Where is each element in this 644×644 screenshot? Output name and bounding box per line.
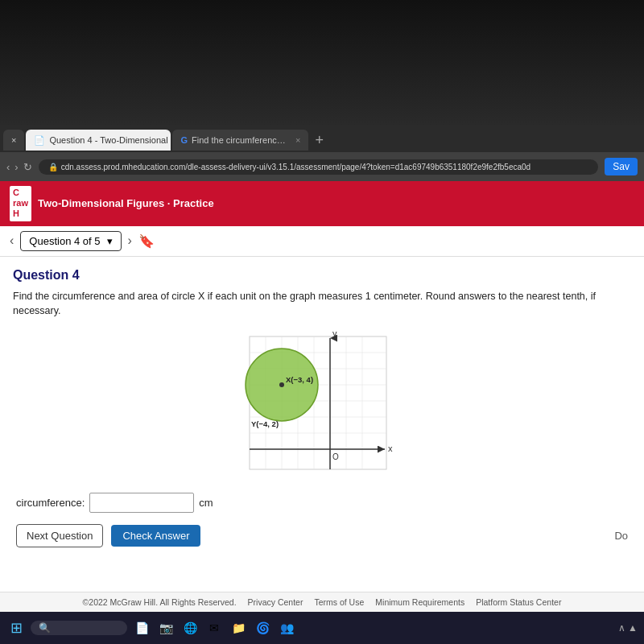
logo-line2: raw [13,198,28,208]
main-content: Question 4 Find the circumference and ar… [0,257,644,592]
buttons-row: Next Question Check Answer Do [13,524,631,547]
copyright-text: ©2022 McGraw Hill. All Rights Reserved. [83,597,237,607]
save-button[interactable]: Sav [605,158,638,175]
tab-question4-label: Question 4 - Two-Dimensional Fi [49,135,171,145]
search-icon: 🔍 [39,622,51,634]
dropdown-icon: ▾ [107,235,113,247]
privacy-center-link[interactable]: Privacy Center [248,597,303,607]
address-bar-row: ‹ › ↻ 🔒 cdn.assess.prod.mheducation.com/… [0,152,644,181]
logo-line1: C [13,188,28,198]
graph-svg: x y O X(−3, 4) Y(−4, 2) [242,328,402,481]
svg-text:x: x [388,444,393,453]
tab-close-btn[interactable]: × [3,130,24,151]
taskbar-teams-icon[interactable]: 👥 [277,618,296,638]
taskbar-folder-icon[interactable]: 📁 [229,618,248,638]
taskbar-mail-icon[interactable]: ✉ [204,618,224,638]
circumference-label: circumference: [16,497,85,509]
taskbar-time: ∧ ▲ [618,622,638,634]
unit-label: cm [199,497,213,509]
tab-bar: × 📄 Question 4 - Two-Dimensional Fi × G … [0,125,644,152]
previous-question-button[interactable]: ‹ [10,233,14,248]
forward-icon[interactable]: › [14,161,18,173]
tab-x-icon: × [11,135,16,145]
logo-line3: H [13,208,28,219]
answer-area: circumference: cm [13,493,631,513]
check-answer-button[interactable]: Check Answer [111,525,200,547]
address-bar[interactable]: 🔒 cdn.assess.prod.mheducation.com/dle-as… [39,159,599,175]
tab-google-icon: G [180,135,188,145]
files-icon: 📄 [135,621,149,634]
do-label: Do [614,530,628,542]
taskbar-right: ∧ ▲ [618,622,638,634]
taskbar-search[interactable]: 🔍 [31,621,127,635]
question-selector[interactable]: Question 4 of 5 ▾ [20,231,121,251]
taskbar: ⊞ 🔍 📄 📷 🌐 ✉ 📁 🌀 👥 ∧ ▲ [0,612,644,644]
lock-icon: 🔒 [48,163,58,171]
tab-google-label: Find the circumference and area [192,135,288,145]
question-heading: Question 4 [13,268,631,283]
bookmark-icon[interactable]: 🔖 [138,233,155,249]
svg-text:Y(−4, 2): Y(−4, 2) [251,419,279,428]
back-icon[interactable]: ‹ [6,161,10,173]
graph-container: x y O X(−3, 4) Y(−4, 2) [13,328,631,481]
taskbar-chrome-icon[interactable]: 🌀 [253,618,272,638]
windows-start-button[interactable]: ⊞ [6,618,26,638]
next-question-nav-button[interactable]: › [128,233,132,248]
taskbar-files-icon[interactable]: 📄 [132,618,151,638]
taskbar-camera-icon[interactable]: 📷 [156,618,175,638]
circumference-input[interactable] [89,493,194,513]
terms-of-use-link[interactable]: Terms of Use [314,597,364,607]
svg-point-21 [279,382,284,387]
svg-text:O: O [332,452,339,461]
svg-text:y: y [332,328,337,338]
tab-question4[interactable]: 📄 Question 4 - Two-Dimensional Fi × [26,130,171,151]
app-title: Two-Dimensional Figures · Practice [38,197,214,209]
footer: ©2022 McGraw Hill. All Rights Reserved. … [0,592,644,612]
tab-google[interactable]: G Find the circumference and area × [172,130,308,151]
tab-page-icon: 📄 [34,135,45,146]
svg-text:X(−3, 4): X(−3, 4) [286,375,313,384]
address-text: cdn.assess.prod.mheducation.com/dle-asse… [61,163,530,171]
windows-icon: ⊞ [10,619,23,637]
question-instruction: Find the circumference and area of circl… [13,289,631,320]
app-logo: C raw H [10,186,31,221]
next-question-button[interactable]: Next Question [16,524,103,547]
question-nav: ‹ Question 4 of 5 ▾ › 🔖 [0,226,644,257]
new-tab-button[interactable]: + [310,132,328,149]
refresh-icon[interactable]: ↻ [23,161,32,173]
mail-icon: ✉ [209,621,219,634]
graph-wrapper: x y O X(−3, 4) Y(−4, 2) [242,328,402,481]
chrome-icon: 🌀 [256,621,270,634]
tab-google-close[interactable]: × [295,135,300,145]
platform-status-link[interactable]: Platform Status Center [476,597,561,607]
app-header: C raw H Two-Dimensional Figures · Practi… [0,181,644,226]
minimum-requirements-link[interactable]: Minimum Requirements [375,597,464,607]
camera-icon: 📷 [159,621,173,634]
edge-icon: 🌐 [184,621,197,634]
question-selector-label: Question 4 of 5 [29,235,100,247]
browser-nav-icons: ‹ › ↻ [6,161,32,173]
taskbar-edge-icon[interactable]: 🌐 [180,618,200,638]
folder-icon: 📁 [232,621,246,634]
teams-icon: 👥 [280,621,294,634]
